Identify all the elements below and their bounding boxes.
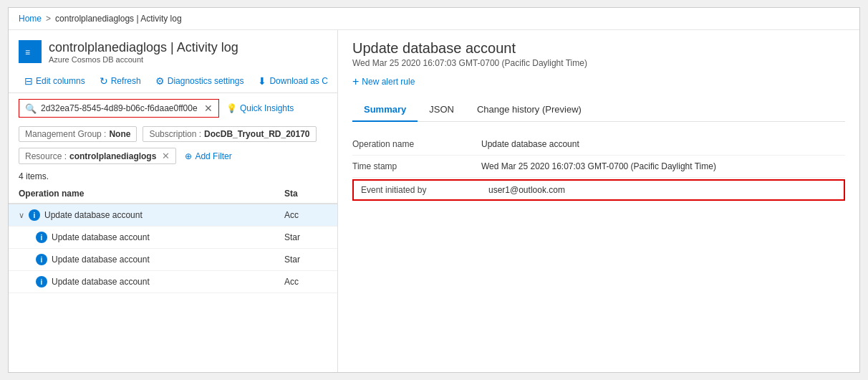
refresh-icon: ↻ — [100, 75, 108, 87]
right-panel: Update database account Wed Mar 25 2020 … — [338, 30, 859, 372]
table-row[interactable]: iUpdate database accountAcc — [9, 271, 337, 293]
detail-title: Update database account — [352, 40, 845, 57]
svg-text:≡: ≡ — [25, 47, 30, 57]
status-cell: Star — [274, 227, 337, 249]
search-clear-icon[interactable]: ✕ — [204, 103, 213, 114]
management-group-filter[interactable]: Management Group : None — [19, 126, 137, 142]
info-icon: i — [36, 276, 47, 288]
diagnostics-button[interactable]: ⚙ Diagnostics settings — [150, 72, 250, 90]
table-area: Operation name Sta ∨iUpdate database acc… — [9, 184, 337, 372]
subscription-filter[interactable]: Subscription : DocDB_Tryout_RD_20170 — [143, 126, 316, 142]
panel-header: ≡ controlplanediaglogs | Activity log Az… — [9, 30, 337, 70]
status-cell: Star — [274, 249, 337, 271]
edit-columns-label: Edit columns — [36, 76, 85, 86]
info-icon: i — [36, 232, 47, 243]
operation-name-value: Update database account — [481, 139, 845, 149]
resource-value: controlplanediaglogs — [69, 151, 156, 161]
breadcrumb-home[interactable]: Home — [19, 14, 42, 24]
table-header-row: Operation name Sta — [9, 184, 337, 204]
operation-name-cell: ∨iUpdate database account — [9, 204, 274, 227]
col-operation-name: Operation name — [9, 184, 274, 204]
add-filter-button[interactable]: ⊕ Add Filter — [179, 149, 237, 163]
detail-fields: Operation name Update database account T… — [352, 133, 845, 201]
add-filter-icon: ⊕ — [185, 151, 192, 161]
bulb-icon: 💡 — [226, 103, 237, 113]
add-filter-label: Add Filter — [195, 151, 231, 161]
search-box: 🔍 ✕ — [19, 99, 219, 118]
breadcrumb: Home > controlplanediaglogs | Activity l… — [9, 8, 859, 30]
refresh-button[interactable]: ↻ Refresh — [94, 72, 147, 90]
toolbar: ⊟ Edit columns ↻ Refresh ⚙ Diagnostics s… — [9, 70, 337, 93]
download-icon: ⬇ — [258, 75, 266, 87]
diagnostics-icon: ⚙ — [155, 75, 165, 87]
resource-filter[interactable]: Resource : controlplanediaglogs ✕ — [19, 148, 176, 164]
resource-label: Resource : — [25, 151, 67, 161]
management-group-label: Management Group : — [25, 129, 106, 139]
detail-row-initiated-by: Event initiated by user1@outlook.com — [352, 179, 845, 201]
initiated-by-label: Event initiated by — [360, 185, 488, 195]
table-row[interactable]: ∨iUpdate database accountAcc — [9, 204, 337, 227]
subscription-value: DocDB_Tryout_RD_20170 — [204, 129, 309, 139]
activity-table: Operation name Sta ∨iUpdate database acc… — [9, 184, 337, 293]
columns-icon: ⊟ — [24, 75, 33, 87]
detail-row-timestamp: Time stamp Wed Mar 25 2020 16:07:03 GMT-… — [352, 156, 845, 178]
col-status: Sta — [274, 184, 337, 204]
status-cell: Acc — [274, 271, 337, 293]
cosmos-db-icon: ≡ — [19, 40, 42, 63]
timestamp-label: Time stamp — [352, 161, 481, 171]
new-alert-rule-button[interactable]: + New alert rule — [352, 75, 845, 88]
breadcrumb-current: controlplanediaglogs | Activity log — [55, 14, 182, 24]
detail-row-operation: Operation name Update database account — [352, 133, 845, 156]
tab-summary[interactable]: Summary — [352, 98, 418, 122]
table-row[interactable]: iUpdate database accountStar — [9, 249, 337, 271]
search-bar-row: 🔍 ✕ 💡 Quick Insights — [9, 93, 337, 123]
quick-insights-label: Quick Insights — [240, 103, 294, 113]
panel-title-block: controlplanediaglogs | Activity log Azur… — [49, 40, 238, 64]
operation-name-text: Update database account — [52, 232, 150, 242]
filter-row: Management Group : None Subscription : D… — [9, 123, 337, 167]
panel-subtitle: Azure Cosmos DB account — [49, 55, 238, 64]
panel-title: controlplanediaglogs | Activity log — [49, 40, 238, 55]
operation-name-cell: iUpdate database account — [9, 249, 274, 271]
initiated-by-value: user1@outlook.com — [488, 185, 838, 195]
refresh-label: Refresh — [111, 76, 141, 86]
breadcrumb-separator: > — [46, 14, 51, 24]
table-row[interactable]: iUpdate database accountStar — [9, 227, 337, 249]
quick-insights-button[interactable]: 💡 Quick Insights — [226, 103, 294, 113]
plus-icon: + — [352, 75, 359, 88]
resource-filter-close[interactable]: ✕ — [162, 151, 170, 161]
search-icon: 🔍 — [25, 103, 37, 114]
download-button[interactable]: ⬇ Download as C — [252, 72, 333, 90]
download-label: Download as C — [269, 76, 327, 86]
status-cell: Acc — [274, 204, 337, 227]
operation-name-text: Update database account — [52, 277, 150, 287]
subscription-label: Subscription : — [149, 129, 201, 139]
operation-name-cell: iUpdate database account — [9, 271, 274, 293]
diagnostics-label: Diagnostics settings — [168, 76, 244, 86]
items-count: 4 items. — [9, 167, 337, 184]
info-icon: i — [29, 209, 40, 221]
timestamp-value: Wed Mar 25 2020 16:07:03 GMT-0700 (Pacif… — [481, 161, 845, 171]
new-alert-rule-label: New alert rule — [362, 77, 415, 87]
chevron-icon: ∨ — [19, 211, 24, 220]
tab-change-history[interactable]: Change history (Preview) — [466, 98, 593, 122]
resource-filter-row: Resource : controlplanediaglogs ✕ ⊕ Add … — [19, 148, 238, 164]
search-input[interactable] — [41, 103, 200, 113]
tab-json[interactable]: JSON — [418, 98, 466, 122]
operation-name-text: Update database account — [44, 210, 143, 220]
management-group-value: None — [109, 129, 130, 139]
operation-name-text: Update database account — [52, 255, 150, 265]
operation-name-label: Operation name — [352, 139, 481, 149]
operation-name-cell: iUpdate database account — [9, 227, 274, 249]
detail-subtitle: Wed Mar 25 2020 16:07:03 GMT-0700 (Pacif… — [352, 58, 845, 68]
info-icon: i — [36, 254, 47, 265]
edit-columns-button[interactable]: ⊟ Edit columns — [19, 72, 91, 90]
left-panel: ≡ controlplanediaglogs | Activity log Az… — [9, 30, 338, 372]
tabs-row: Summary JSON Change history (Preview) — [352, 98, 845, 122]
